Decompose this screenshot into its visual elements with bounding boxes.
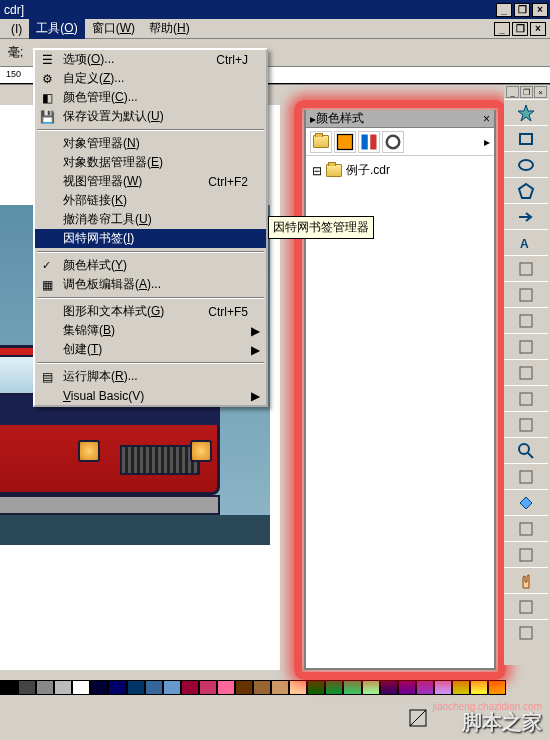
tool-star[interactable] (504, 99, 548, 125)
tool-hand[interactable] (504, 567, 548, 593)
tool-text[interactable]: A (504, 229, 548, 255)
menu-item[interactable]: 集锦簿(B)▶ (35, 321, 266, 340)
color-swatch[interactable] (0, 680, 18, 695)
color-swatch[interactable] (54, 680, 72, 695)
tool-crop[interactable] (504, 593, 548, 619)
menu-item-label: 选项(O)... (63, 51, 114, 68)
color-swatch[interactable] (145, 680, 163, 695)
tool-connector[interactable] (504, 411, 548, 437)
menu-item[interactable]: ⚙自定义(Z)... (35, 69, 266, 88)
menu-item[interactable]: 因特网书签(I) (35, 229, 266, 248)
color-swatch[interactable] (271, 680, 289, 695)
menu-tools[interactable]: 工具(O) (29, 18, 84, 39)
color-swatch[interactable] (163, 680, 181, 695)
color-swatch[interactable] (307, 680, 325, 695)
tool-rect[interactable] (504, 125, 548, 151)
tool-fill[interactable] (504, 489, 548, 515)
color-swatch[interactable] (235, 680, 253, 695)
toolbox-min[interactable]: _ (506, 86, 519, 98)
svg-rect-1 (362, 134, 368, 149)
menu-item[interactable]: 对象数据管理器(E) (35, 153, 266, 172)
docker-titlebar[interactable]: ▸ 颜色样式 × (306, 110, 494, 128)
tool-eyedrop[interactable] (504, 463, 548, 489)
color-swatch[interactable] (398, 680, 416, 695)
tool-outline[interactable] (504, 515, 548, 541)
menu-item[interactable]: 外部链接(K) (35, 191, 266, 210)
color-swatch[interactable] (18, 680, 36, 695)
color-swatch[interactable] (380, 680, 398, 695)
color-swatch[interactable] (127, 680, 145, 695)
menu-window[interactable]: 窗口(W) (85, 18, 142, 39)
eyedrop-icon (517, 468, 535, 486)
menu-help[interactable]: 帮助(H) (142, 18, 197, 39)
menu-item[interactable]: 对象管理器(N) (35, 134, 266, 153)
tool-zoom[interactable] (504, 437, 548, 463)
color-swatch[interactable] (199, 680, 217, 695)
color-swatch[interactable] (217, 680, 235, 695)
menu-item[interactable]: ☰选项(O)...Ctrl+J (35, 50, 266, 69)
close-button[interactable]: × (532, 3, 548, 17)
svg-rect-10 (520, 289, 532, 301)
menu-item[interactable]: ✓颜色样式(Y) (35, 256, 266, 275)
color-swatch[interactable] (90, 680, 108, 695)
tool-ellipse[interactable] (504, 151, 548, 177)
menu-item[interactable]: Visual Basic(V)▶ (35, 386, 266, 405)
tool-interactive[interactable] (504, 541, 548, 567)
menu-item-label: Visual Basic(V) (63, 389, 144, 403)
doc-maximize-button[interactable]: ❐ (512, 22, 528, 36)
tool-dimension[interactable] (504, 385, 548, 411)
color-swatch[interactable] (325, 680, 343, 695)
docker-new-folder-button[interactable] (310, 131, 332, 153)
menu-item[interactable]: ▤运行脚本(R)... (35, 367, 266, 386)
note-icon (517, 312, 535, 330)
menu-item[interactable]: 创建(T)▶ (35, 340, 266, 359)
tree-item-file[interactable]: ⊟ 例子.cdr (310, 160, 490, 181)
tool-search[interactable] (504, 619, 548, 645)
tool-polygon[interactable] (504, 177, 548, 203)
color-swatch[interactable] (108, 680, 126, 695)
color-swatch[interactable] (470, 680, 488, 695)
menu-item[interactable]: ◧颜色管理(C)... (35, 88, 266, 107)
minimize-button[interactable]: _ (496, 3, 512, 17)
color-swatch[interactable] (434, 680, 452, 695)
tool-graph[interactable] (504, 255, 548, 281)
color-swatch[interactable] (452, 680, 470, 695)
toolbox-close[interactable]: × (534, 86, 547, 98)
color-swatch[interactable] (488, 680, 506, 695)
color-swatch[interactable] (181, 680, 199, 695)
tool-arrow[interactable] (504, 203, 548, 229)
tree-collapse-icon[interactable]: ⊟ (312, 164, 322, 178)
tool-curve[interactable] (504, 359, 548, 385)
color-swatch[interactable] (36, 680, 54, 695)
star-icon (517, 104, 535, 122)
menu-separator (37, 129, 264, 131)
menu-item[interactable]: 撤消卷帘工具(U) (35, 210, 266, 229)
color-swatch[interactable] (72, 680, 90, 695)
docker-menu-arrow-icon[interactable]: ▸ (484, 135, 490, 149)
docker-tree[interactable]: ⊟ 例子.cdr (306, 156, 494, 185)
docker-new-color-button[interactable] (334, 131, 356, 153)
svg-point-3 (387, 135, 400, 148)
color-swatch[interactable] (253, 680, 271, 695)
docker-child-color-button[interactable] (358, 131, 380, 153)
tool-line[interactable] (504, 333, 548, 359)
maximize-button[interactable]: ❐ (514, 3, 530, 17)
menu-shortcut: Ctrl+F5 (192, 305, 248, 319)
docker-close-icon[interactable]: × (483, 112, 490, 126)
menu-item[interactable]: 图形和文本样式(G)Ctrl+F5 (35, 302, 266, 321)
toolbox-max[interactable]: ❐ (520, 86, 533, 98)
curve-icon (517, 364, 535, 382)
menu-item[interactable]: ▦调色板编辑器(A)... (35, 275, 266, 294)
menu-item[interactable]: 💾保存设置为默认(U) (35, 107, 266, 126)
doc-minimize-button[interactable]: _ (494, 22, 510, 36)
tool-callout[interactable] (504, 281, 548, 307)
doc-close-button[interactable]: × (530, 22, 546, 36)
color-swatch[interactable] (343, 680, 361, 695)
color-swatch[interactable] (289, 680, 307, 695)
color-swatch[interactable] (362, 680, 380, 695)
color-swatch[interactable] (416, 680, 434, 695)
docker-edit-button[interactable] (382, 131, 404, 153)
tool-note[interactable] (504, 307, 548, 333)
menu-partial[interactable]: (I) (4, 20, 29, 38)
menu-item[interactable]: 视图管理器(W)Ctrl+F2 (35, 172, 266, 191)
